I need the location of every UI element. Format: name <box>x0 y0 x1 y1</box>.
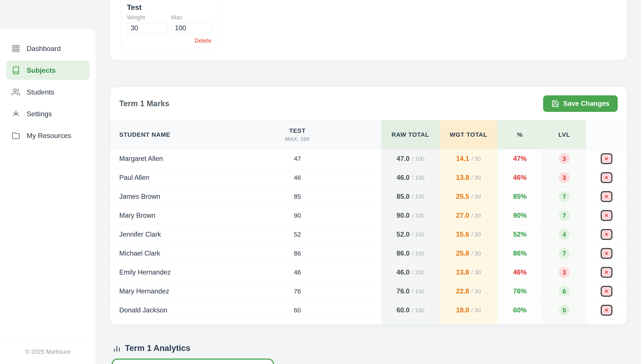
mark-cell[interactable]: 85 <box>214 187 381 206</box>
delete-row-button[interactable]: × <box>601 153 612 164</box>
wgt-total-value: 27.0 <box>456 212 469 220</box>
mark-cell[interactable]: 86 <box>214 244 381 263</box>
clipped-next-row <box>110 320 627 324</box>
raw-total-value: 46.0 <box>396 174 409 182</box>
delete-row-button[interactable]: × <box>601 305 612 316</box>
wgt-total-denominator: / 30 <box>471 307 481 314</box>
sidebar-item-my-resources[interactable]: My Resources <box>6 126 90 145</box>
mark-cell[interactable]: 60 <box>214 301 381 320</box>
assessment-editor-card: Test Weight Max Delete <box>121 0 217 48</box>
wgt-total-value: 18.0 <box>456 306 469 314</box>
student-name: Paul Allen <box>110 168 214 187</box>
mark-cell[interactable]: 52 <box>214 225 381 244</box>
delete-row-button[interactable]: × <box>601 248 612 259</box>
percent-value: 76% <box>513 287 527 295</box>
level-cell: 3 <box>542 263 586 282</box>
raw-total-denominator: / 100 <box>412 250 424 257</box>
mark-cell[interactable]: 90 <box>214 206 381 225</box>
term-marks-card: Term 1 Marks Save Changes STUDENT NAME <box>110 87 627 324</box>
student-name: Mary Hernandez <box>110 282 214 301</box>
save-changes-button[interactable]: Save Changes <box>543 95 618 112</box>
wgt-total-value: 14.1 <box>456 155 469 162</box>
student-name: Emily Hernandez <box>110 263 214 282</box>
raw-total-value: 90.0 <box>396 212 409 220</box>
sidebar-item-dashboard[interactable]: Dashboard <box>6 39 90 58</box>
analytics-title: Term 1 Analytics <box>125 344 190 353</box>
wgt-total-cell: 22.8 / 30 <box>440 282 497 301</box>
delete-row-button[interactable]: × <box>601 267 612 278</box>
mark-cell[interactable]: 76 <box>214 282 381 301</box>
wgt-total-value: 15.6 <box>456 230 469 238</box>
level-badge: 3 <box>559 267 570 278</box>
percent-value: 85% <box>513 193 527 200</box>
delete-row-button[interactable]: × <box>601 191 612 202</box>
actions-cell: × <box>586 149 627 168</box>
actions-cell: × <box>586 168 627 187</box>
mark-cell[interactable]: 46 <box>214 263 381 282</box>
level-cell: 7 <box>542 187 586 206</box>
mark-cell[interactable]: 46 <box>214 168 381 187</box>
raw-total-denominator: / 100 <box>412 212 424 219</box>
wgt-total-denominator: / 30 <box>471 212 481 219</box>
delete-row-button[interactable]: × <box>601 229 612 240</box>
sidebar-item-subjects[interactable]: Subjects <box>6 61 90 80</box>
marks-card-header: Term 1 Marks Save Changes <box>110 87 627 120</box>
wgt-total-cell: 13.8 / 30 <box>440 168 497 187</box>
column-header-student-name: STUDENT NAME <box>110 120 214 149</box>
wgt-total-denominator: / 30 <box>471 250 481 257</box>
raw-total-value: 52.0 <box>396 230 409 238</box>
actions-cell: × <box>586 301 627 320</box>
percent-cell: 46% <box>497 168 542 187</box>
percent-value: 46% <box>513 174 527 182</box>
wgt-total-denominator: / 30 <box>471 156 481 162</box>
actions-cell: × <box>586 225 627 244</box>
table-row: Jennifer Clark 52 52.0 / 100 15.6 / 30 5… <box>110 225 627 244</box>
max-input[interactable] <box>171 23 211 34</box>
sidebar-item-label: Subjects <box>27 66 56 74</box>
main-content: Test Weight Max Delete Term 1 Marks <box>110 0 627 364</box>
sidebar-footer: © 2025 Marksure <box>0 340 96 364</box>
percent-value: 46% <box>513 268 527 276</box>
table-row: Paul Allen 46 46.0 / 100 13.8 / 30 46% 3… <box>110 168 627 187</box>
level-badge: 4 <box>559 229 570 240</box>
raw-total-denominator: / 100 <box>412 307 424 314</box>
sidebar-item-settings[interactable]: Settings <box>6 104 90 124</box>
student-name: Mary Brown <box>110 206 214 225</box>
grid-icon <box>12 44 20 53</box>
save-button-label: Save Changes <box>563 100 609 108</box>
sidebar: DashboardSubjectsStudentsSettingsMy Reso… <box>0 29 96 364</box>
wgt-total-denominator: / 30 <box>471 269 481 276</box>
level-badge: 7 <box>559 210 570 221</box>
table-row: Mary Brown 90 90.0 / 100 27.0 / 30 90% 7… <box>110 206 627 225</box>
marks-title: Term 1 Marks <box>119 99 169 108</box>
percent-cell: 90% <box>497 206 542 225</box>
folder-icon <box>12 132 20 140</box>
close-icon: × <box>605 250 608 256</box>
weight-input[interactable] <box>127 23 167 34</box>
level-badge: 3 <box>559 172 570 183</box>
weight-label: Weight <box>127 14 167 21</box>
mark-cell[interactable]: 47 <box>214 149 381 168</box>
delete-row-button[interactable]: × <box>601 286 612 297</box>
level-cell: 5 <box>542 301 586 320</box>
delete-row-button[interactable]: × <box>601 172 612 183</box>
raw-total-cell: 46.0 / 100 <box>381 263 440 282</box>
delete-row-button[interactable]: × <box>601 210 612 221</box>
actions-cell: × <box>586 282 627 301</box>
sidebar-item-students[interactable]: Students <box>6 82 90 102</box>
wgt-total-cell: 25.8 / 30 <box>440 244 497 263</box>
test-header-label: TEST <box>289 127 306 134</box>
delete-assessment-link[interactable]: Delete <box>127 38 211 44</box>
column-header-level: LVL <box>542 120 586 149</box>
percent-value: 60% <box>513 306 527 314</box>
sidebar-nav: DashboardSubjectsStudentsSettingsMy Reso… <box>0 29 96 340</box>
raw-total-denominator: / 100 <box>412 193 424 200</box>
column-header-raw-total: RAW TOTAL <box>381 120 440 149</box>
raw-total-cell: 52.0 / 100 <box>381 225 440 244</box>
wgt-total-cell: 27.0 / 30 <box>440 206 497 225</box>
wgt-total-value: 13.8 <box>456 268 469 276</box>
page: DashboardSubjectsStudentsSettingsMy Reso… <box>0 0 641 364</box>
wgt-total-denominator: / 30 <box>471 193 481 200</box>
raw-total-value: 47.0 <box>396 155 409 162</box>
raw-total-value: 46.0 <box>396 268 409 276</box>
